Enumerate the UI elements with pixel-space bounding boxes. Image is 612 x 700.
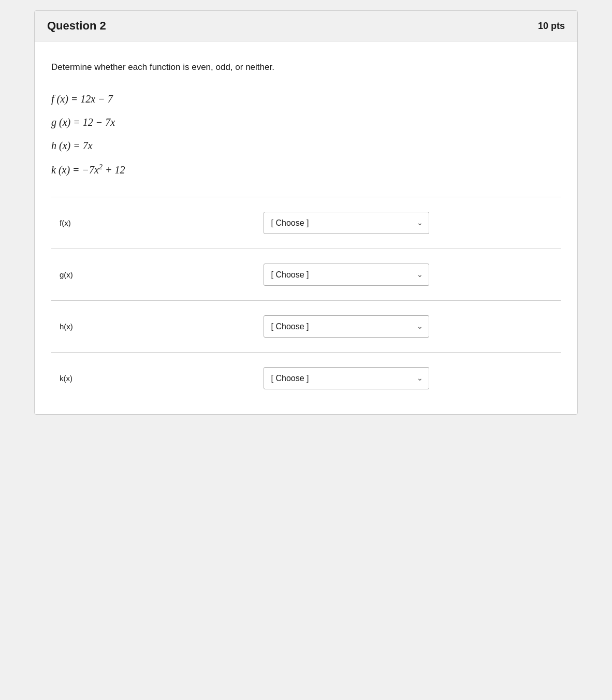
label-fx: f(x) <box>51 197 255 249</box>
kx-dropdown[interactable]: [ Choose ] Even Odd Neither <box>264 367 429 389</box>
select-wrapper-gx: [ Choose ] Even Odd Neither ⌄ <box>264 264 429 286</box>
answer-row-gx: g(x) [ Choose ] Even Odd Neither ⌄ <box>51 249 561 300</box>
question-header: Question 2 10 pts <box>35 11 577 41</box>
label-kx: k(x) <box>51 352 255 404</box>
select-wrapper-hx: [ Choose ] Even Odd Neither ⌄ <box>264 315 429 338</box>
function-expr-fx: f (x) = 12x − 7 <box>51 93 561 105</box>
functions-list: f (x) = 12x − 7 g (x) = 12 − 7x h (x) = … <box>51 93 561 176</box>
hx-dropdown[interactable]: [ Choose ] Even Odd Neither <box>264 315 429 338</box>
label-hx: h(x) <box>51 300 255 352</box>
answer-row-fx: f(x) [ Choose ] Even Odd Neither ⌄ <box>51 197 561 249</box>
answer-row-hx: h(x) [ Choose ] Even Odd Neither ⌄ <box>51 300 561 352</box>
question-body: Determine whether each function is even,… <box>35 41 577 414</box>
function-expr-hx: h (x) = 7x <box>51 140 561 152</box>
dropdown-cell-kx: [ Choose ] Even Odd Neither ⌄ <box>255 352 561 404</box>
gx-dropdown[interactable]: [ Choose ] Even Odd Neither <box>264 264 429 286</box>
label-gx: g(x) <box>51 249 255 300</box>
dropdown-cell-hx: [ Choose ] Even Odd Neither ⌄ <box>255 300 561 352</box>
question-points: 10 pts <box>538 21 565 32</box>
question-prompt: Determine whether each function is even,… <box>51 62 561 72</box>
fx-dropdown[interactable]: [ Choose ] Even Odd Neither <box>264 212 429 234</box>
select-wrapper-kx: [ Choose ] Even Odd Neither ⌄ <box>264 367 429 389</box>
dropdown-cell-fx: [ Choose ] Even Odd Neither ⌄ <box>255 197 561 249</box>
question-card: Question 2 10 pts Determine whether each… <box>34 10 578 415</box>
dropdown-cell-gx: [ Choose ] Even Odd Neither ⌄ <box>255 249 561 300</box>
select-wrapper-fx: [ Choose ] Even Odd Neither ⌄ <box>264 212 429 234</box>
answer-table: f(x) [ Choose ] Even Odd Neither ⌄ <box>51 197 561 404</box>
question-title: Question 2 <box>47 19 106 33</box>
function-expr-gx: g (x) = 12 − 7x <box>51 116 561 128</box>
answer-row-kx: k(x) [ Choose ] Even Odd Neither ⌄ <box>51 352 561 404</box>
function-expr-kx: k (x) = −7x2 + 12 <box>51 163 561 176</box>
